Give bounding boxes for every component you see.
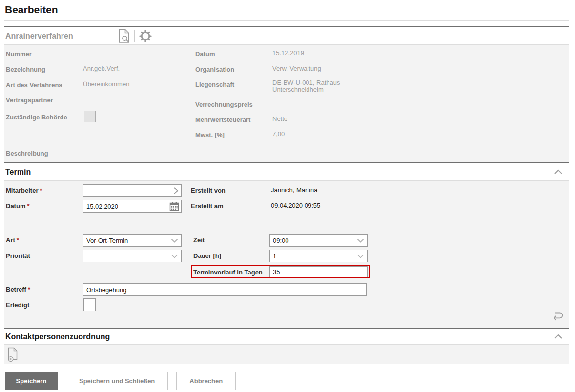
dauer-label: Dauer [h] [193,252,221,259]
anrainerverfahren-title: Anrainerverfahren [4,32,118,40]
kontakt-collapse-button[interactable] [554,334,569,339]
termin-art-label: Art* [6,236,19,244]
chevron-up-icon [554,334,563,339]
liegenschaft-label: Liegenschaft [195,81,234,88]
organisation-value: Verw, Verwaltung [272,65,321,72]
anrainerverfahren-panel: Nummer Bezeichnung Anr.geb.Verf. Art des… [4,45,569,162]
mitarbeiter-input[interactable] [83,185,173,196]
mwst-label: Mwst. [%] [195,131,225,138]
betreff-input[interactable] [83,283,367,296]
erstellt-am-value: 09.04.2020 09:55 [271,202,320,209]
undo-icon[interactable] [551,311,565,323]
behoerde-checkbox [84,111,96,122]
verrechnungspreis-label: Verrechnungspreis [195,101,253,108]
required-marker: * [26,286,30,293]
mwst-value: 7,00 [272,130,285,137]
add-document-icon[interactable] [7,347,20,362]
page-title: Bearbeiten [4,0,569,20]
prioritaet-label: Priorität [6,252,30,259]
nummer-label: Nummer [6,50,32,58]
anrainerverfahren-header: Anrainerverfahren [4,27,569,45]
bezeichnung-label: Bezeichnung [6,66,45,73]
bezeichnung-value: Anr.geb.Verf. [83,65,120,72]
betreff-label: Betreff* [6,286,30,293]
termin-datum-field[interactable] [83,200,182,213]
section-kontaktpersonenzuordnung: Kontaktpersonenzuordnung [4,328,569,364]
art-des-verfahrens-label: Art des Verfahrens [6,81,62,89]
datum-value: 15.12.2019 [272,49,304,57]
dauer-select[interactable]: 1 [269,250,368,262]
liegenschaft-value: DE-BW-U-001, Rathaus Unterschneidheim [272,79,353,93]
mehrwertsteuerart-label: Mehrwertsteuerart [195,116,250,123]
save-and-close-button[interactable]: Speichern und Schließen [66,372,168,390]
vertragspartner-label: Vertragspartner [6,97,53,104]
terminvorlauf-label: Terminvorlauf in Tagen [193,269,263,276]
mitarbeiter-field[interactable] [83,184,182,197]
termin-datum-label: Datum* [6,202,30,210]
erledigt-label: Erledigt [6,301,29,309]
calendar-icon[interactable] [169,201,181,211]
kontakt-title: Kontaktpersonenzuordnung [4,333,110,341]
chevron-up-icon [554,169,563,175]
zeit-select[interactable]: 09:00 [269,234,368,247]
behoerde-label: Zuständige Behörde [6,114,67,121]
termin-collapse-button[interactable] [554,169,569,175]
datum-label: Datum [195,50,215,58]
erstellt-von-label: Erstellt von [191,187,226,194]
section-termin: Termin Mitarbeiter* Erstellt von Jannich… [4,162,569,328]
section-anrainerverfahren: Anrainerverfahren [4,26,569,162]
zeit-label: Zeit [193,236,205,244]
chevron-down-icon [171,254,178,258]
save-button[interactable]: Speichern [5,372,58,390]
art-des-verfahrens-value: Übereinkommen [83,80,129,88]
erstellt-am-label: Erstellt am [191,202,223,210]
termin-panel: Mitarbeiter* Erstellt von Jannich, Marti… [4,181,569,328]
icon-divider [134,30,135,42]
termin-art-select[interactable]: Vor-Ort-Termin [83,234,182,247]
erledigt-checkbox[interactable] [83,298,96,311]
terminvorlauf-input[interactable] [269,266,368,277]
mehrwertsteuerart-value: Netto [272,115,288,122]
termin-title: Termin [4,168,31,176]
organisation-label: Organisation [195,66,234,73]
termin-datum-input[interactable] [83,200,169,212]
page-container: Bearbeiten Anrainerverfahren [4,0,569,390]
required-marker: * [38,187,42,194]
lookup-chevron-right-icon[interactable] [173,187,181,195]
gear-icon[interactable] [139,30,152,42]
chevron-down-icon [357,238,364,243]
chevron-down-icon [171,238,178,243]
cancel-button[interactable]: Abbrechen [176,372,236,390]
kontakt-header: Kontaktpersonenzuordnung [4,329,569,345]
required-marker: * [15,236,19,244]
beschreibung-label: Beschreibung [6,150,48,157]
footer-actions: Speichern Speichern und Schließen Abbrec… [4,364,569,390]
chevron-down-icon [357,254,364,258]
required-marker: * [25,202,29,210]
kontakt-toolbar [4,345,569,364]
document-preview-icon[interactable] [118,29,130,43]
termin-header: Termin [4,163,569,181]
erstellt-von-value: Jannich, Martina [271,186,317,194]
prioritaet-select[interactable] [83,250,182,262]
mitarbeiter-label: Mitarbeiter* [6,187,42,194]
